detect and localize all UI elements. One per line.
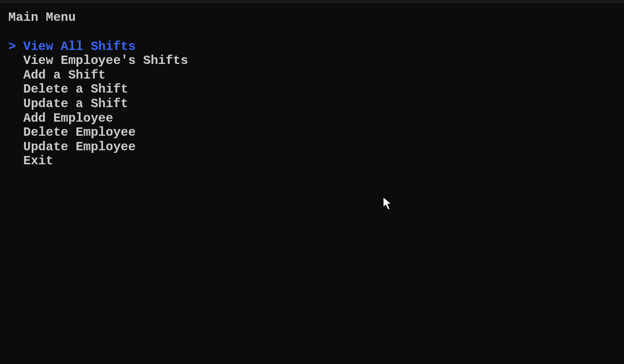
mouse-cursor-icon (382, 197, 394, 215)
menu-item-label: Update a Shift (23, 97, 128, 111)
menu-item-add-employee[interactable]: Add Employee (8, 111, 616, 126)
terminal-screen: Main Menu > View All Shifts View Employe… (0, 3, 624, 176)
menu-item-label: Delete a Shift (23, 82, 128, 96)
menu-list: > View All Shifts View Employee's Shifts… (8, 40, 616, 168)
menu-item-label: Add Employee (23, 111, 113, 125)
menu-item-label: Add a Shift (23, 68, 106, 82)
menu-item-label: Exit (23, 154, 54, 168)
menu-item-add-shift[interactable]: Add a Shift (8, 68, 616, 83)
selection-prefix: > (8, 40, 23, 54)
menu-item-view-employees-shifts[interactable]: View Employee's Shifts (8, 54, 616, 68)
menu-item-label: Update Employee (23, 140, 136, 154)
menu-item-update-employee[interactable]: Update Employee (8, 140, 616, 154)
menu-item-label: Delete Employee (23, 125, 136, 139)
menu-item-label: View Employee's Shifts (23, 54, 188, 68)
menu-title: Main Menu (8, 10, 616, 25)
menu-item-update-shift[interactable]: Update a Shift (8, 97, 616, 111)
menu-item-exit[interactable]: Exit (8, 154, 616, 168)
menu-item-view-all-shifts[interactable]: > View All Shifts (8, 40, 616, 54)
menu-item-delete-shift[interactable]: Delete a Shift (8, 82, 616, 97)
menu-item-label: View All Shifts (23, 40, 136, 54)
menu-item-delete-employee[interactable]: Delete Employee (8, 125, 616, 140)
